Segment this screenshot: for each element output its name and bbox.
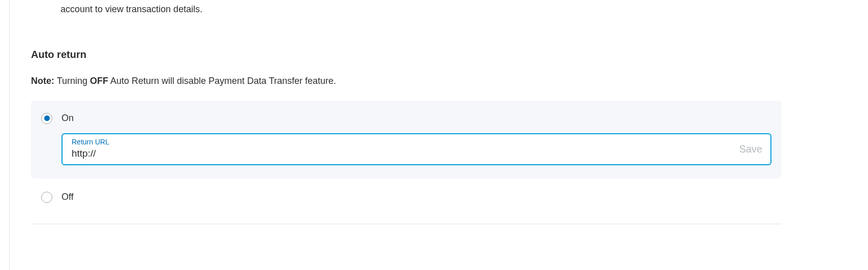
radio-on-label: On (61, 112, 74, 125)
return-url-input-box[interactable]: Return URL Save (61, 133, 771, 165)
note-label: Note: (31, 76, 54, 86)
radio-dot-icon (44, 115, 50, 121)
note-text-post: Auto Return will disable Payment Data Tr… (108, 76, 336, 86)
return-url-float-label: Return URL (72, 137, 730, 147)
return-url-input[interactable] (72, 147, 730, 159)
note-text-pre: Turning (54, 76, 90, 86)
section-title-auto-return: Auto return (31, 47, 782, 62)
return-url-input-wrap: Return URL Save (61, 133, 771, 165)
radio-on[interactable] (41, 113, 52, 124)
section-divider (31, 224, 782, 224)
save-button[interactable]: Save (739, 143, 762, 155)
note-line: Note: Turning OFF Auto Return will disab… (31, 75, 782, 87)
auto-return-on-panel: On Return URL Save (31, 101, 782, 178)
radio-off-label: Off (61, 191, 74, 203)
note-bold-off: OFF (90, 76, 108, 86)
fragment-text: account to view transaction details. (31, 0, 782, 47)
radio-off[interactable] (41, 192, 52, 203)
